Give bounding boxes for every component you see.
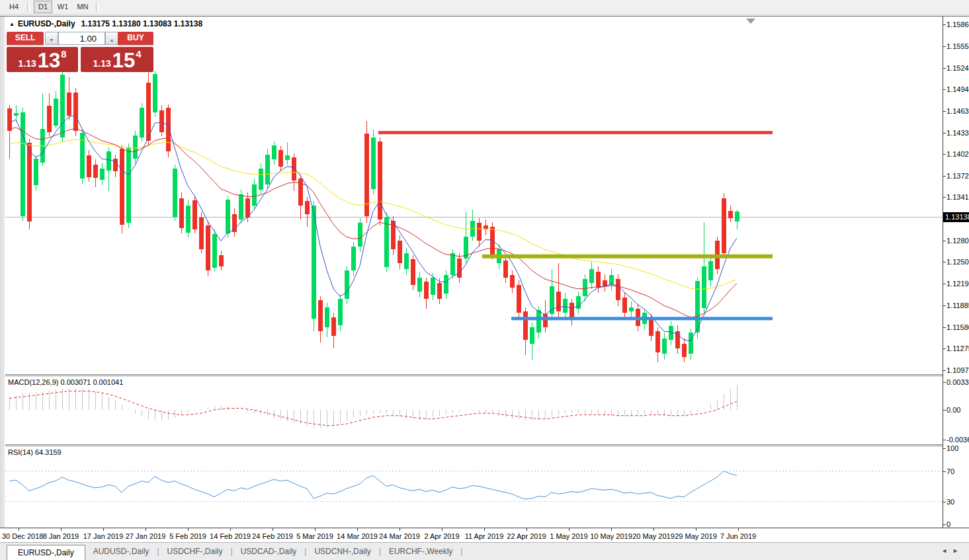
candle-body [173,169,177,217]
candle-body [536,310,541,333]
date-axis-tick [230,528,231,531]
buy-price-panel[interactable]: 1.13 15 4 [81,47,153,72]
price-axis-label: 1.14025 [947,150,969,158]
price-axis-label: 1.14330 [947,129,969,137]
chart-tab-usdcnh-daily[interactable]: USDCNH-,Daily [306,544,378,559]
candle-body [378,141,382,220]
candle-body [186,206,190,233]
price-axis-tick [943,327,946,328]
grip-line [1,17,2,542]
chart-title: ▲EURUSD-,Daily1.13175 1.13180 1.13083 1.… [9,19,202,28]
horizontal-line-object-blue[interactable] [511,317,773,320]
price-axis-label: 1.12500 [947,258,969,266]
price-axis-label: 1.12195 [947,280,969,288]
chart-tab-usdcad-daily[interactable]: USDCAD-,Daily [233,544,305,559]
tabs-scroll-right-icon[interactable]: ► [952,547,964,554]
price-chart-pane[interactable]: ▲EURUSD-,Daily1.13175 1.13180 1.13083 1.… [5,17,943,374]
candle-body [708,261,713,280]
timeframe-button-w1[interactable]: W1 [54,1,72,13]
volume-decrease-button[interactable]: ▼ [45,32,58,45]
macd-axis-label: -0.003664 [947,436,969,444]
chart-tab-eurchf-weekly[interactable]: EURCHF-,Weekly [381,544,460,559]
chart-shift-marker-icon[interactable] [746,19,755,24]
candle-body [278,150,283,167]
buy-price-sup: 4 [136,48,141,60]
date-axis-label: 8 Jan 2019 [43,532,79,540]
sell-button[interactable]: SELL [7,32,44,46]
candle-body [100,169,105,180]
sell-price-panel[interactable]: 1.13 13 8 [7,47,78,72]
candle-body [285,155,290,161]
macd-label: MACD(12,26,9) 0.003071 0.001041 [8,378,123,386]
candle-body [371,138,376,189]
price-axis-tick [943,68,946,69]
rsi-canvas [5,446,943,528]
date-axis-tick [653,528,654,531]
price-axis-tick [943,241,946,241]
price-axis-tick [943,176,946,177]
rsi-indicator-pane[interactable]: RSI(14) 64.3159 [5,446,943,528]
rsi-axis-tick [943,502,946,502]
candle-body [338,299,343,326]
date-axis-tick [484,528,485,531]
timeframe-button-mn[interactable]: MN [73,1,92,13]
candle-body [728,211,733,218]
candle-body [47,106,52,132]
date-axis-tick [696,528,696,531]
toolbar-separator [96,2,99,13]
candle-body [259,169,263,190]
candle-body [292,157,296,180]
volume-input[interactable] [58,32,105,45]
candle-body [21,112,25,216]
candle-body [7,108,12,131]
candle-body [265,155,270,184]
rsi-axis-tick [943,448,946,449]
collapse-panel-icon[interactable]: ▲ [9,21,15,27]
date-axis-label: 24 Mar 2019 [379,532,420,540]
date-axis-tick [357,528,358,531]
candle-body [523,311,528,340]
candle-body [14,113,19,116]
macd-axis-label: 0.00 [947,406,960,414]
chart-tab-eurusd-daily[interactable]: EURUSD-,Daily [7,545,85,560]
date-axis-tick [315,528,316,531]
candle-body [192,200,197,229]
left-splitter-grip[interactable] [0,17,5,542]
macd-indicator-pane[interactable]: MACD(12,26,9) 0.003071 0.001041 [5,376,943,444]
candle-body [424,282,429,299]
timeframe-button-h4[interactable]: H4 [5,1,23,13]
date-axis-label: 2 Apr 2019 [424,532,459,540]
date-axis-tick [442,528,442,531]
date-axis-label: 7 Jun 2019 [720,532,756,540]
date-axis-tick [738,528,739,531]
candle-body [245,198,250,218]
volume-increase-button[interactable]: ▲ [105,32,118,45]
buy-button[interactable]: BUY [118,32,153,46]
tab-nav-arrows: ◄► [941,547,964,554]
date-axis-label: 27 Jan 2019 [126,532,166,540]
chart-tab-audusd-daily[interactable]: AUDUSD-,Daily [85,544,157,559]
candle-body [159,110,164,132]
candle-body [93,165,98,178]
candle-body [179,198,184,228]
chart-ohlc-values: 1.13175 1.13180 1.13083 1.13138 [81,19,203,28]
date-axis-tick [527,528,527,531]
timeframe-button-d1[interactable]: D1 [34,1,52,13]
timeframe-toolbar: H4D1W1MN [0,0,969,15]
candle-body [556,292,561,311]
tabs-scroll-left-icon[interactable]: ◄ [941,547,952,554]
candle-body [298,179,303,206]
candle-body [563,299,568,313]
tab-separator: | [460,547,462,556]
date-axis-label: 30 Dec 2018 [2,532,43,540]
candle-body [682,344,687,356]
price-axis-tick [943,133,946,134]
date-axis-tick [569,528,569,531]
price-axis-tick [943,305,946,306]
horizontal-line-object-red[interactable] [378,131,773,134]
candle-body [543,314,548,327]
candle-body [87,155,91,177]
horizontal-line-object-olive[interactable] [482,255,773,259]
chart-tab-usdchf-daily[interactable]: USDCHF-,Daily [159,544,231,559]
macd-axis-label: 0.003392 [947,378,969,386]
